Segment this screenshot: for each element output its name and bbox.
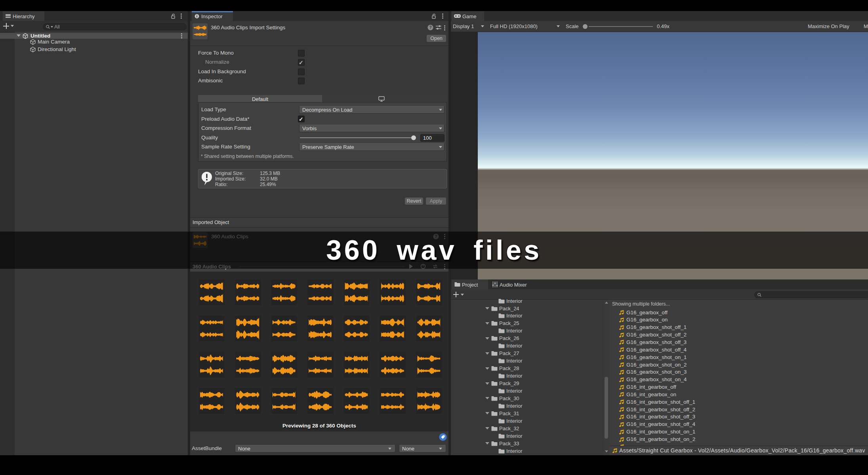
- svg-text:?: ?: [429, 25, 431, 30]
